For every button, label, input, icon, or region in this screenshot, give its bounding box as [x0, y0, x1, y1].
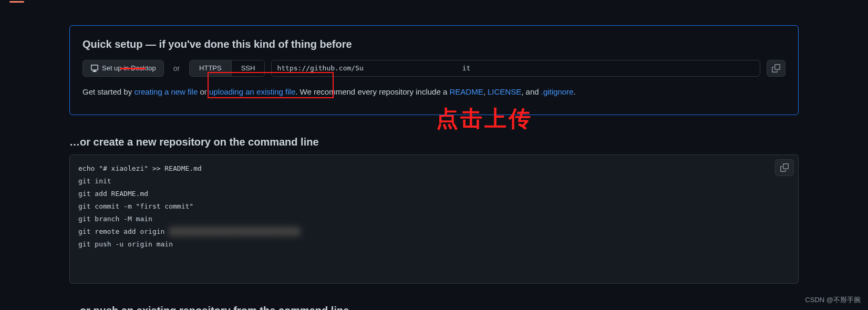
- quick-setup-title: Quick setup — if you've done this kind o…: [82, 38, 786, 50]
- desc-text: .: [573, 87, 575, 96]
- quick-setup-description: Get started by creating a new file or up…: [82, 87, 786, 96]
- protocol-toggle: HTTPS SSH: [189, 60, 265, 77]
- quick-setup-row: Set up in Desktop or HTTPS SSH: [82, 60, 786, 77]
- desc-text: Get started by: [82, 87, 134, 96]
- license-link[interactable]: LICENSE: [488, 87, 521, 96]
- quick-setup-box: Quick setup — if you've done this kind o…: [69, 25, 799, 115]
- active-tab-indicator: [9, 1, 24, 3]
- desktop-icon: [90, 64, 99, 73]
- desc-text: . We recommend every repository include …: [295, 87, 449, 96]
- copy-url-button[interactable]: [767, 60, 786, 77]
- push-repo-title: …or push an existing repository from the…: [69, 305, 799, 310]
- create-file-link[interactable]: creating a new file: [134, 87, 198, 96]
- setup-desktop-button[interactable]: Set up in Desktop: [82, 60, 164, 77]
- code-text: git push -u origin main: [78, 240, 173, 248]
- ssh-button[interactable]: SSH: [231, 60, 265, 76]
- clone-url-input[interactable]: [271, 60, 760, 77]
- copy-create-code-button[interactable]: [775, 159, 794, 176]
- copy-icon: [772, 64, 780, 73]
- https-button[interactable]: HTTPS: [190, 60, 231, 76]
- gitignore-link[interactable]: .gitignore: [541, 87, 574, 96]
- desc-text: , and: [521, 87, 541, 96]
- upload-file-link[interactable]: uploading an existing file: [209, 87, 295, 96]
- desc-text: or: [198, 87, 209, 96]
- create-repo-title: …or create a new repository on the comma…: [69, 136, 799, 148]
- create-repo-code[interactable]: echo "# xiaolezi" >> README.md git init …: [69, 154, 799, 284]
- watermark: CSDN @不掰手腕: [805, 295, 861, 305]
- copy-icon: [780, 163, 789, 172]
- desc-text: ,: [483, 87, 488, 96]
- setup-desktop-label: Set up in Desktop: [102, 63, 156, 74]
- redacted-origin: ████████████████████████████████: [169, 225, 300, 238]
- or-label: or: [173, 64, 180, 73]
- readme-link[interactable]: README: [449, 87, 483, 96]
- code-text: echo "# xiaolezi" >> README.md git init …: [78, 164, 202, 235]
